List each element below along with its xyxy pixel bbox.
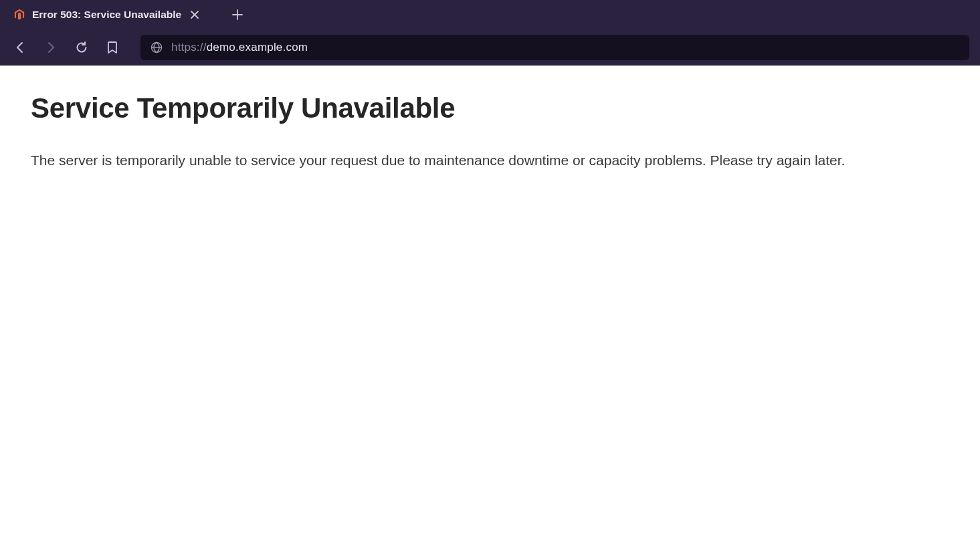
url-protocol: https:// (171, 41, 207, 53)
error-heading: Service Temporarily Unavailable (31, 92, 949, 124)
reload-icon (75, 41, 88, 54)
browser-toolbar: https://demo.example.com (0, 29, 980, 66)
error-message: The server is temporarily unable to serv… (31, 150, 949, 171)
browser-chrome: Error 503: Service Unavailable (0, 0, 980, 66)
plus-icon (231, 9, 243, 21)
forward-icon (44, 41, 58, 54)
address-bar[interactable]: https://demo.example.com (140, 35, 969, 60)
page-content: Service Temporarily Unavailable The serv… (0, 66, 980, 198)
forward-button[interactable] (41, 38, 60, 57)
tab-strip: Error 503: Service Unavailable (0, 0, 980, 29)
tab-title: Error 503: Service Unavailable (32, 9, 181, 21)
url-text: https://demo.example.com (171, 41, 308, 54)
bookmark-button[interactable] (103, 38, 122, 57)
url-domain: demo.example.com (207, 41, 308, 53)
back-button[interactable] (11, 38, 29, 57)
bookmark-icon (106, 41, 118, 54)
browser-tab[interactable]: Error 503: Service Unavailable (5, 3, 209, 27)
back-icon (13, 41, 27, 54)
close-tab-button[interactable] (188, 8, 201, 21)
close-icon (190, 10, 199, 19)
reload-button[interactable] (72, 38, 91, 57)
site-identity-button[interactable] (150, 41, 163, 54)
magento-icon (13, 9, 25, 21)
globe-icon (151, 41, 163, 53)
new-tab-button[interactable] (227, 4, 248, 25)
